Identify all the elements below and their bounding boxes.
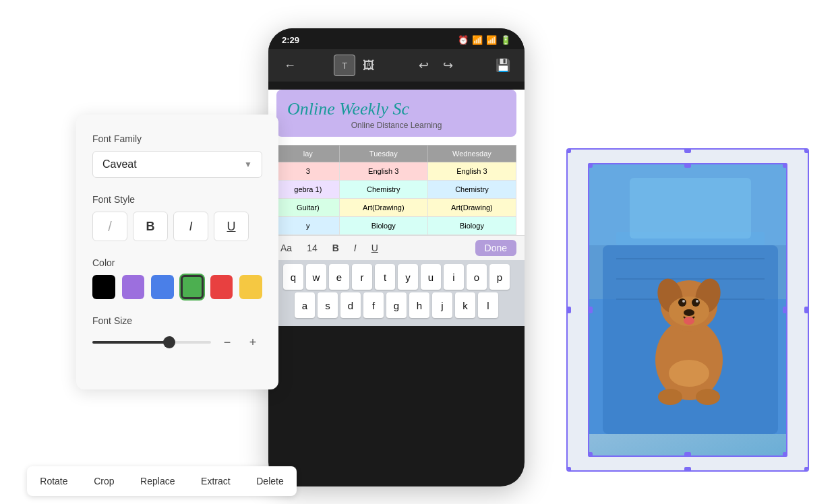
underline-text-button[interactable]: U (367, 241, 382, 255)
table-cell: English 3 (427, 162, 516, 181)
inner-handle-tr[interactable] (783, 163, 787, 168)
font-size-decrease[interactable]: − (218, 333, 237, 352)
slider-track (92, 341, 169, 344)
color-purple[interactable] (122, 275, 145, 299)
handle-bottom-left[interactable] (566, 467, 571, 472)
font-size-increase[interactable]: + (243, 333, 262, 352)
slider-thumb[interactable] (163, 336, 175, 348)
key-o[interactable]: o (467, 264, 487, 290)
alarm-icon: ⏰ (458, 35, 469, 45)
font-family-section: Font Family Caveat ▼ (92, 133, 262, 178)
redo-button[interactable]: ↪ (438, 55, 459, 76)
key-w[interactable]: w (306, 264, 326, 290)
image-tool-icon[interactable]: 🖼 (358, 55, 380, 76)
table-row: 3 English 3 English 3 (277, 162, 516, 181)
svg-point-17 (696, 300, 698, 303)
color-label: Color (92, 257, 262, 268)
inner-handle-br[interactable] (783, 452, 787, 457)
svg-point-19 (684, 317, 694, 325)
table-cell: 3 (277, 162, 340, 181)
font-size-slider[interactable] (92, 341, 211, 344)
key-t[interactable]: t (375, 264, 395, 290)
delete-button[interactable]: Delete (251, 473, 289, 489)
handle-left-mid[interactable] (566, 307, 571, 313)
save-button[interactable]: 💾 (492, 55, 514, 76)
done-button[interactable]: Done (475, 240, 516, 256)
inner-handle-lm[interactable] (588, 307, 593, 313)
inner-handle-rm[interactable] (783, 307, 787, 313)
status-bar: 2:29 ⏰ 📶 📶 🔋 (268, 28, 525, 49)
toolbar-actions: ↩ ↪ (413, 55, 459, 76)
color-blue[interactable] (151, 275, 174, 299)
key-p[interactable]: p (489, 264, 510, 290)
inner-handle-tm[interactable] (684, 163, 691, 168)
keyboard-row-1: q w e r t y u i o p (271, 264, 522, 290)
color-black[interactable] (92, 275, 115, 299)
phone-toolbar: ← T 🖼 ↩ ↪ 💾 (268, 49, 525, 82)
svg-point-22 (669, 360, 709, 387)
table-cell: Art(Drawing) (427, 199, 516, 217)
inner-handle-bl[interactable] (588, 452, 593, 457)
schedule-header: Online Weekly Sc Online Distance Learnin… (276, 90, 516, 137)
italic-button[interactable]: I (173, 212, 208, 241)
color-green[interactable] (181, 275, 204, 299)
text-tool-icon[interactable]: T (334, 55, 355, 76)
font-family-dropdown[interactable]: Caveat ▼ (92, 151, 262, 178)
dog-photo (589, 164, 786, 455)
svg-point-14 (678, 298, 686, 307)
phone-content: Online Weekly Sc Online Distance Learnin… (268, 90, 525, 326)
back-button[interactable]: ← (279, 55, 301, 76)
col-header-1: Tuesday (339, 146, 427, 162)
key-l[interactable]: l (478, 292, 498, 318)
font-size-label: Font Size (92, 315, 262, 326)
key-y[interactable]: y (398, 264, 418, 290)
undo-button[interactable]: ↩ (413, 55, 435, 76)
font-size-row: − + (92, 333, 262, 352)
rotate-button[interactable]: Rotate (34, 473, 73, 489)
bold-text-button[interactable]: B (328, 241, 343, 255)
slash-button[interactable]: / (92, 212, 127, 241)
handle-bottom-mid[interactable] (684, 467, 691, 472)
key-f[interactable]: f (363, 292, 384, 318)
key-e[interactable]: e (329, 264, 349, 290)
extract-button[interactable]: Extract (196, 473, 236, 489)
key-h[interactable]: h (409, 292, 429, 318)
key-a[interactable]: a (295, 292, 315, 318)
handle-top-left[interactable] (566, 148, 571, 153)
toolbar-tools: T 🖼 (334, 55, 380, 76)
inner-handle-tl[interactable] (588, 163, 593, 168)
bold-button[interactable]: B (133, 212, 168, 241)
replace-button[interactable]: Replace (135, 473, 180, 489)
key-d[interactable]: d (340, 292, 361, 318)
font-family-value: Caveat (102, 158, 137, 170)
key-i[interactable]: i (444, 264, 464, 290)
handle-right-mid[interactable] (804, 307, 809, 313)
svg-rect-8 (630, 178, 751, 239)
battery-icon: 🔋 (500, 35, 511, 45)
font-aa-button[interactable]: Aa (276, 241, 296, 255)
key-g[interactable]: g (386, 292, 407, 318)
dog-svg (589, 164, 787, 434)
wifi-icon: 📶 (472, 35, 483, 45)
underline-button[interactable]: U (214, 212, 249, 241)
handle-bottom-right[interactable] (804, 467, 809, 472)
key-u[interactable]: u (421, 264, 441, 290)
schedule-title: Online Weekly Sc (287, 99, 506, 119)
style-buttons-group: / B I U (92, 212, 262, 241)
color-yellow[interactable] (239, 275, 262, 299)
handle-top-right[interactable] (804, 148, 809, 153)
color-red[interactable] (210, 275, 233, 299)
italic-text-button[interactable]: I (350, 241, 361, 255)
key-q[interactable]: q (283, 264, 303, 290)
keyboard-row-2: a s d f g h j k l (271, 292, 522, 318)
key-r[interactable]: r (352, 264, 372, 290)
crop-button[interactable]: Crop (88, 473, 119, 489)
key-j[interactable]: j (432, 292, 452, 318)
font-size-text[interactable]: 14 (303, 241, 322, 255)
handle-top-mid[interactable] (684, 148, 691, 153)
key-s[interactable]: s (318, 292, 338, 318)
text-editing-toolbar: Aa 14 B I U Done (268, 235, 525, 260)
key-k[interactable]: k (455, 292, 475, 318)
inner-handle-bm[interactable] (684, 452, 691, 457)
table-header-row: lay Tuesday Wednesday (277, 146, 516, 162)
